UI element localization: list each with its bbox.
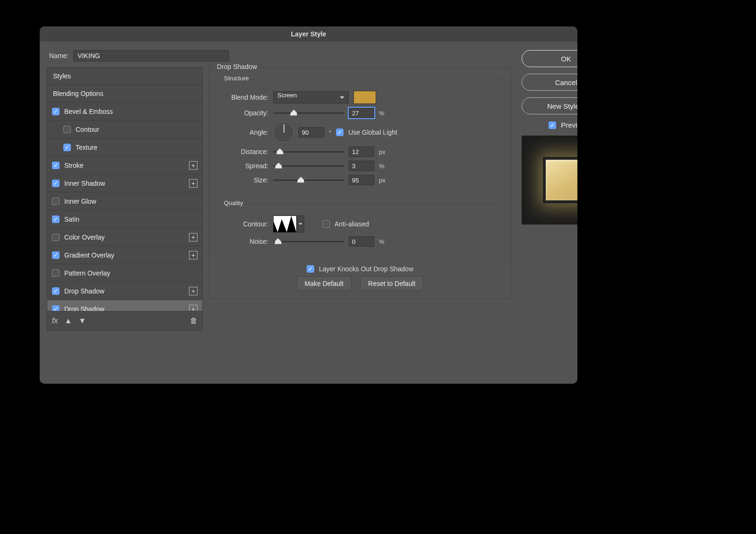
layer-style-dialog: Layer Style Name: Styles Blending Option… — [40, 26, 577, 384]
distance-label: Distance: — [223, 148, 268, 155]
add-effect-icon[interactable]: + — [189, 161, 198, 170]
down-arrow-icon[interactable]: ▼ — [78, 317, 86, 325]
add-effect-icon[interactable]: + — [189, 179, 198, 188]
distance-slider[interactable] — [273, 147, 344, 156]
right-column: OK Cancel New Style... Preview — [522, 50, 577, 224]
opacity-unit: % — [379, 110, 385, 117]
dialog-title: Layer Style — [40, 26, 577, 42]
add-effect-icon[interactable]: + — [189, 233, 198, 241]
style-label: Texture — [76, 144, 198, 151]
style-checkbox[interactable] — [52, 233, 60, 241]
styles-panel: Styles Blending Options Bevel & EmbossCo… — [47, 67, 203, 331]
ok-button[interactable]: OK — [522, 50, 577, 67]
style-row-gradient-overlay[interactable]: Gradient Overlay+ — [47, 246, 202, 264]
section-legend: Drop Shadow — [214, 63, 260, 70]
angle-dial[interactable] — [273, 122, 294, 143]
style-label: Contour — [76, 126, 198, 133]
spread-input[interactable] — [349, 161, 374, 171]
name-input[interactable] — [73, 50, 229, 61]
spread-unit: % — [379, 163, 385, 170]
blend-mode-select[interactable]: Screen — [273, 91, 349, 103]
cancel-button[interactable]: Cancel — [522, 74, 577, 91]
spread-slider[interactable] — [273, 162, 344, 170]
quality-fieldset: Quality Contour: Anti-aliased Noise: % — [216, 204, 504, 258]
style-row-contour[interactable]: Contour — [47, 121, 202, 138]
fx-icon[interactable]: fx — [52, 317, 58, 325]
knockout-checkbox[interactable] — [307, 265, 314, 273]
global-light-label: Use Global Light — [348, 129, 397, 136]
anti-aliased-checkbox[interactable] — [322, 220, 330, 228]
style-checkbox[interactable] — [52, 180, 60, 187]
style-label: Color Overlay — [64, 233, 184, 241]
anti-aliased-label: Anti-aliased — [335, 220, 369, 228]
distance-unit: px — [379, 148, 386, 155]
style-checkbox[interactable] — [52, 287, 60, 295]
style-label: Inner Glow — [64, 198, 198, 205]
style-checkbox[interactable] — [63, 144, 71, 151]
style-checkbox[interactable] — [52, 108, 60, 115]
style-row-satin[interactable]: Satin — [47, 210, 202, 228]
contour-picker[interactable] — [273, 215, 297, 233]
reset-default-button[interactable]: Reset to Default — [360, 276, 423, 291]
global-light-checkbox[interactable] — [336, 129, 344, 136]
quality-legend: Quality — [221, 199, 246, 207]
style-row-color-overlay[interactable]: Color Overlay+ — [47, 228, 202, 246]
new-style-button[interactable]: New Style... — [522, 97, 577, 114]
style-row-texture[interactable]: Texture — [47, 138, 202, 156]
style-checkbox[interactable] — [52, 198, 60, 205]
style-label: Pattern Overlay — [64, 269, 198, 277]
preview-thumbnail — [522, 136, 577, 224]
style-label: Satin — [64, 215, 198, 223]
size-input[interactable] — [349, 175, 374, 185]
opacity-slider[interactable] — [273, 109, 344, 117]
add-effect-icon[interactable]: + — [189, 305, 198, 311]
style-row-inner-shadow[interactable]: Inner Shadow+ — [47, 174, 202, 192]
preview-label: Preview — [561, 121, 577, 129]
styles-footer: fx ▲ ▼ 🗑 — [47, 311, 202, 330]
style-row-pattern-overlay[interactable]: Pattern Overlay — [47, 264, 202, 282]
style-label: Drop Shadow — [64, 287, 184, 295]
blend-mode-label: Blend Mode: — [223, 94, 268, 101]
style-checkbox[interactable] — [52, 215, 60, 223]
style-checkbox[interactable] — [52, 269, 60, 277]
style-checkbox[interactable] — [63, 126, 71, 133]
angle-unit: ° — [329, 129, 331, 136]
make-default-button[interactable]: Make Default — [297, 276, 352, 291]
style-row-bevel-emboss[interactable]: Bevel & Emboss — [47, 103, 202, 121]
style-label: Drop Shadow — [64, 305, 184, 311]
blending-options-row[interactable]: Blending Options — [47, 85, 202, 103]
angle-label: Angle: — [223, 129, 268, 136]
size-unit: px — [379, 177, 386, 184]
noise-slider[interactable] — [273, 237, 344, 246]
trash-icon[interactable]: 🗑 — [190, 317, 198, 325]
main-panel: Drop Shadow Structure Blend Mode: Screen… — [209, 67, 511, 331]
add-effect-icon[interactable]: + — [189, 251, 198, 259]
style-checkbox[interactable] — [52, 162, 60, 169]
styles-header[interactable]: Styles — [47, 68, 202, 85]
style-row-drop-shadow[interactable]: Drop Shadow+ — [47, 300, 202, 311]
structure-legend: Structure — [221, 75, 252, 82]
style-label: Gradient Overlay — [64, 251, 184, 259]
style-row-stroke[interactable]: Stroke+ — [47, 156, 202, 174]
style-label: Inner Shadow — [64, 180, 184, 187]
shadow-color-swatch[interactable] — [353, 91, 376, 104]
size-slider[interactable] — [273, 176, 344, 184]
preview-checkbox[interactable] — [549, 121, 556, 129]
style-checkbox[interactable] — [52, 305, 60, 311]
knockout-label: Layer Knocks Out Drop Shadow — [319, 265, 413, 273]
styles-list: Bevel & EmbossContourTextureStroke+Inner… — [47, 103, 202, 311]
style-checkbox[interactable] — [52, 251, 60, 259]
preview-swatch — [543, 157, 577, 203]
add-effect-icon[interactable]: + — [189, 287, 198, 295]
drop-shadow-fieldset: Drop Shadow Structure Blend Mode: Screen… — [209, 67, 511, 299]
style-row-drop-shadow[interactable]: Drop Shadow+ — [47, 282, 202, 300]
contour-label: Contour: — [223, 220, 268, 228]
noise-input[interactable] — [349, 236, 374, 247]
opacity-input[interactable] — [349, 108, 374, 118]
angle-input[interactable] — [299, 127, 324, 138]
distance-input[interactable] — [349, 146, 374, 157]
style-row-inner-glow[interactable]: Inner Glow — [47, 192, 202, 210]
up-arrow-icon[interactable]: ▲ — [64, 317, 72, 325]
style-label: Bevel & Emboss — [64, 108, 198, 115]
contour-dropdown-icon[interactable] — [297, 215, 304, 233]
